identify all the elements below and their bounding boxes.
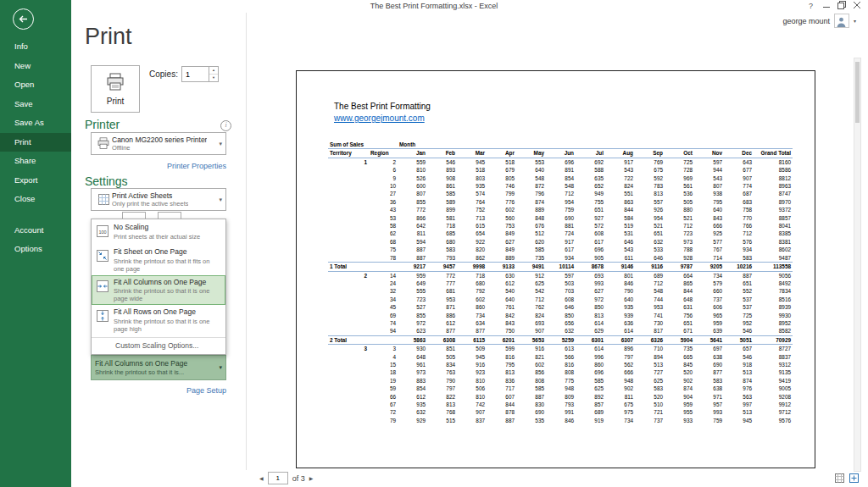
sidebar-item-new[interactable]: New bbox=[0, 57, 71, 76]
total-value-cell: 5259 bbox=[546, 335, 576, 344]
territory-cell bbox=[328, 190, 369, 197]
territory-cell bbox=[328, 368, 369, 376]
value-cell: 519 bbox=[605, 222, 635, 230]
region-cell: 69 bbox=[369, 312, 398, 319]
table-row: 1596183491679560281686056251384569091893… bbox=[328, 361, 793, 368]
page-title: Print bbox=[85, 24, 132, 50]
sidebar-item-options[interactable]: Options bbox=[0, 240, 71, 259]
page-setup-link[interactable]: Page Setup bbox=[91, 386, 226, 395]
value-cell: 675 bbox=[605, 401, 635, 408]
show-margins-icon[interactable] bbox=[834, 472, 845, 483]
value-cell: 597 bbox=[694, 158, 724, 166]
value-cell: 849 bbox=[487, 246, 516, 253]
menu-item-fit-all-rows-on-one-page[interactable]: Fit All Rows on One PageShrink the print… bbox=[92, 305, 225, 335]
region-cell: 45 bbox=[369, 303, 398, 311]
info-icon[interactable]: i bbox=[220, 120, 231, 131]
value-cell: 954 bbox=[635, 214, 665, 222]
sidebar-item-save-as[interactable]: Save As bbox=[0, 113, 71, 133]
backstage-sidebar: InfoNewOpenSaveSave AsPrintShareExportCl… bbox=[0, 0, 71, 487]
value-cell: 991 bbox=[546, 408, 576, 416]
value-cell: 679 bbox=[487, 166, 516, 174]
table-row: 6281168565484951272460853165172392571283… bbox=[328, 230, 793, 237]
sidebar-item-save[interactable]: Save bbox=[0, 95, 71, 114]
restore-icon[interactable] bbox=[835, 1, 848, 12]
print-button[interactable]: Print bbox=[91, 65, 140, 113]
value-cell: 935 bbox=[398, 401, 427, 408]
copies-stepper[interactable]: ▲▼ bbox=[181, 66, 219, 82]
sidebar-item-close[interactable]: Close bbox=[0, 190, 71, 209]
scaling-dropdown[interactable]: Fit All Columns on One Page Shrink the p… bbox=[91, 355, 226, 380]
value-cell: 657 bbox=[724, 345, 754, 353]
total-value-cell: 6301 bbox=[576, 335, 605, 344]
next-page-icon[interactable]: ▶ bbox=[309, 475, 314, 481]
sidebar-item-share[interactable]: Share bbox=[0, 152, 71, 171]
table-row: 5386658171356084869092758495452184377088… bbox=[328, 214, 793, 222]
row-total-cell: 9312 bbox=[754, 361, 793, 368]
value-cell: 651 bbox=[635, 230, 665, 237]
menu-item-custom-scaling-options[interactable]: Custom Scaling Options... bbox=[92, 337, 225, 353]
total-value-cell: 5653 bbox=[516, 335, 546, 344]
menu-item-fit-all-columns-on-one-page[interactable]: Fit All Columns on One PageShrink the pr… bbox=[92, 275, 225, 306]
value-cell: 585 bbox=[576, 377, 605, 385]
sidebar-item-info[interactable]: Info bbox=[0, 37, 71, 57]
chevron-down-icon: ▾ bbox=[219, 141, 222, 147]
account-area[interactable]: george mount ▾ bbox=[782, 14, 856, 28]
row-total-cell: 8602 bbox=[754, 246, 793, 253]
value-cell: 817 bbox=[635, 327, 665, 335]
sidebar-item-open[interactable]: Open bbox=[0, 75, 71, 95]
page-number-input[interactable] bbox=[268, 472, 288, 484]
value-cell: 971 bbox=[694, 393, 724, 401]
sidebar-item-account[interactable]: Account bbox=[0, 221, 71, 241]
close-icon[interactable] bbox=[850, 1, 863, 12]
total-value-cell: 6201 bbox=[487, 335, 516, 344]
sidebar-item-export[interactable]: Export bbox=[0, 171, 71, 191]
printer-dropdown[interactable]: Canon MG2200 series Printer Offline ▾ bbox=[91, 132, 226, 155]
value-cell: 874 bbox=[665, 385, 694, 392]
value-cell: 734 bbox=[457, 312, 487, 319]
zoom-to-page-icon[interactable] bbox=[849, 472, 860, 483]
value-cell: 728 bbox=[665, 166, 694, 174]
back-button[interactable] bbox=[13, 8, 34, 30]
menu-item-no-scaling[interactable]: 100No ScalingPrint sheets at their actua… bbox=[92, 220, 225, 245]
sidebar-item-print[interactable]: Print bbox=[0, 133, 71, 152]
value-cell: 797 bbox=[427, 385, 457, 392]
spin-up-icon[interactable]: ▲ bbox=[209, 67, 218, 75]
scrollbar-thumb[interactable] bbox=[855, 62, 860, 123]
print-what-dropdown[interactable]: Print Active Sheets Only print the activ… bbox=[91, 188, 226, 211]
help-icon[interactable]: ? bbox=[804, 1, 817, 12]
value-cell: 646 bbox=[605, 238, 635, 246]
value-cell: 916 bbox=[457, 361, 487, 368]
printer-properties-link[interactable]: Printer Properties bbox=[91, 162, 226, 170]
value-cell: 540 bbox=[487, 287, 516, 295]
value-cell: 957 bbox=[694, 401, 724, 408]
value-cell: 759 bbox=[694, 417, 724, 424]
page-navigator: ◀ of 3 ▶ bbox=[259, 472, 313, 484]
spin-down-icon[interactable]: ▼ bbox=[209, 75, 218, 81]
preview-scrollbar[interactable] bbox=[854, 58, 861, 472]
row-total-cell: 9135 bbox=[754, 368, 793, 376]
value-cell: 753 bbox=[487, 222, 516, 230]
value-cell: 518 bbox=[487, 158, 516, 166]
copies-input[interactable] bbox=[182, 67, 209, 81]
spinner-buttons[interactable]: ▲▼ bbox=[209, 67, 218, 81]
previous-page-icon[interactable]: ◀ bbox=[259, 475, 264, 481]
value-cell: 928 bbox=[665, 254, 694, 263]
value-cell: 955 bbox=[665, 408, 694, 416]
value-cell: 904 bbox=[665, 393, 694, 401]
region-cell: 14 bbox=[369, 271, 398, 279]
territory-cell: 3 bbox=[328, 345, 369, 353]
value-cell: 916 bbox=[516, 345, 546, 353]
menu-item-fit-sheet-on-one-page[interactable]: Fit Sheet on One PageShrink the printout… bbox=[92, 245, 225, 275]
value-cell: 755 bbox=[576, 198, 605, 206]
month-header: May bbox=[516, 149, 546, 158]
value-cell: 696 bbox=[546, 158, 576, 166]
value-cell: 843 bbox=[487, 319, 516, 327]
value-cell: 543 bbox=[694, 174, 724, 182]
region-cell: 78 bbox=[369, 254, 398, 263]
minimize-icon[interactable] bbox=[820, 1, 832, 12]
value-cell: 612 bbox=[398, 393, 427, 401]
table-row: 1255954694551855369669291776972559764381… bbox=[328, 158, 793, 166]
value-cell: 615 bbox=[457, 222, 487, 230]
value-cell: 805 bbox=[487, 174, 516, 182]
value-cell: 759 bbox=[546, 206, 576, 213]
